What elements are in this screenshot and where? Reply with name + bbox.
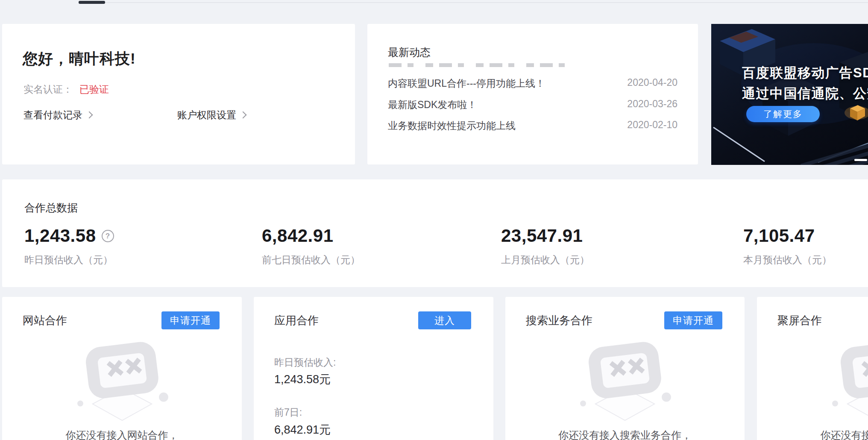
account-permission-label: 账户权限设置 (177, 109, 236, 120)
tab-strip-divider (79, 2, 868, 3)
metric-label: 前7日: (274, 406, 302, 419)
news-item[interactable]: 内容联盟URL合作---停用功能上线！ 2020-04-20 (388, 77, 677, 90)
stat-label: 本月预估收入（元） (743, 253, 832, 267)
stat-label: 前七日预估收入（元） (262, 253, 360, 267)
baidu-union-dashboard: { "colors": { "page_bg": "#f0f2f6", "car… (0, 0, 868, 440)
apply-open-button[interactable]: 申请开通 (664, 311, 722, 329)
search-coop-card: 搜索业务合作 申请开通 你还没有接入搜索业务合作， (505, 297, 745, 440)
news-item-text: 业务数据时效性提示功能上线 (388, 120, 516, 131)
news-title: 最新动态 (388, 45, 431, 59)
banner-learn-more-button[interactable]: 了解更多 (746, 106, 820, 122)
news-item[interactable]: 最新版SDK发布啦！ 2020-03-26 (388, 98, 677, 111)
empty-state-text: 你还没有接入聚屏合作， (757, 428, 868, 440)
news-marquee-clipped-item (389, 63, 576, 67)
stat-value: 7,105.47 (743, 226, 815, 246)
active-tab-indicator[interactable] (79, 1, 105, 4)
account-permission-link[interactable]: 账户权限设置 (177, 109, 246, 122)
chevron-right-icon (240, 111, 247, 119)
app-coop-card: 应用合作 进入 昨日预估收入: 1,243.58元 前7日: 6,842.91元 (254, 297, 493, 440)
stat-label: 昨日预估收入（元） (24, 253, 114, 267)
stat-yesterday: 1,243.58 ? 昨日预估收入（元） (24, 226, 114, 267)
metric-value: 6,842.91元 (274, 422, 331, 437)
news-item-date: 2020-02-10 (627, 119, 677, 131)
coop-card-title: 搜索业务合作 (526, 313, 592, 328)
verify-status-badge: 已验证 (79, 84, 109, 95)
help-icon[interactable]: ? (102, 230, 114, 242)
promo-banner[interactable]: 百度联盟移动广告SDK 通过中国信通院、公安 了解更多 (711, 24, 868, 165)
summary-title: 合作总数据 (24, 201, 78, 215)
empty-state-illustration (73, 341, 171, 425)
metric-value: 1,243.58元 (274, 372, 331, 387)
news-item[interactable]: 业务数据时效性提示功能上线 2020-02-10 (388, 119, 677, 132)
carousel-indicator[interactable] (854, 159, 867, 161)
chevron-right-icon (86, 111, 93, 119)
empty-state-text: 你还没有接入搜索业务合作， (505, 428, 745, 440)
news-item-text: 最新版SDK发布啦！ (388, 99, 477, 110)
metric-label: 昨日预估收入: (274, 356, 336, 369)
stat-this-month: 7,105.47 本月预估收入（元） (743, 226, 832, 267)
banner-headline-line1: 百度联盟移动广告SDK (742, 64, 868, 82)
payment-records-link[interactable]: 查看付款记录 (23, 109, 92, 122)
payment-records-label: 查看付款记录 (23, 109, 82, 120)
greeting-card: 您好，晴叶科技! 实名认证：已验证 查看付款记录 账户权限设置 (2, 24, 355, 164)
news-item-text: 内容联盟URL合作---停用功能上线！ (388, 78, 545, 89)
empty-state-illustration (828, 341, 868, 425)
news-item-date: 2020-03-26 (627, 98, 677, 110)
enter-button[interactable]: 进入 (418, 311, 471, 329)
verify-row: 实名认证：已验证 (23, 83, 109, 96)
greeting-title: 您好，晴叶科技! (23, 49, 136, 69)
banner-headline-line2: 通过中国信通院、公安 (742, 85, 868, 103)
verify-label: 实名认证： (23, 84, 73, 95)
stat-last7days: 6,842.91 前七日预估收入（元） (262, 226, 360, 267)
stat-value: 6,842.91 (262, 226, 334, 246)
coop-card-title: 网站合作 (23, 313, 67, 328)
empty-state-illustration (576, 341, 674, 425)
empty-state-text: 你还没有接入网站合作， (2, 428, 242, 440)
apply-open-button[interactable]: 申请开通 (161, 311, 220, 329)
stat-value: 1,243.58 (24, 226, 96, 246)
coop-card-title: 聚屏合作 (777, 313, 822, 328)
news-item-date: 2020-04-20 (627, 77, 677, 88)
coop-card-title: 应用合作 (274, 313, 319, 328)
juping-coop-card: 聚屏合作 你还没有接入聚屏合作， (757, 297, 868, 440)
website-coop-card: 网站合作 申请开通 你还没有接入网站合作， (2, 297, 242, 440)
latest-news-card: 最新动态 内容联盟URL合作---停用功能上线！ 2020-04-20 最新版S… (367, 24, 698, 164)
stat-label: 上月预估收入（元） (501, 253, 589, 267)
summary-stats-card: 合作总数据 1,243.58 ? 昨日预估收入（元） 6,842.91 前七日预… (2, 179, 868, 287)
stat-value: 23,547.91 (501, 226, 583, 246)
stat-last-month: 23,547.91 上月预估收入（元） (501, 226, 589, 267)
promo-banner-inner: 百度联盟移动广告SDK 通过中国信通院、公安 了解更多 (711, 24, 868, 165)
